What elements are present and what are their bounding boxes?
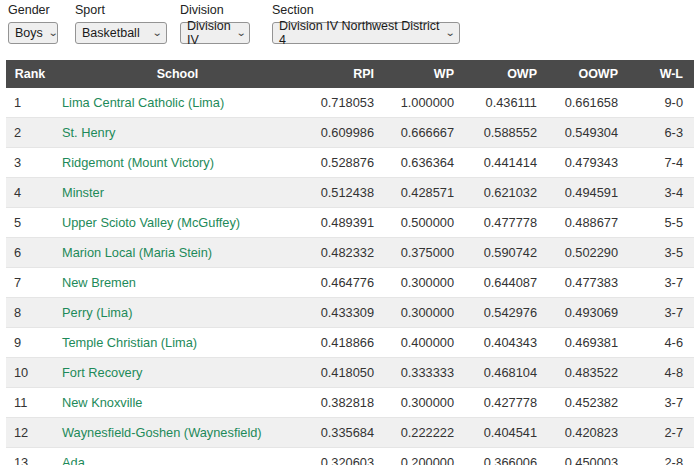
wl-cell: 3-7 <box>630 388 694 418</box>
school-link[interactable]: Minster <box>62 185 104 200</box>
rpi-cell: 0.482332 <box>301 238 386 268</box>
rpi-cell: 0.528876 <box>301 148 386 178</box>
table-row: 8 Perry (Lima) 0.433309 0.300000 0.54297… <box>6 298 694 328</box>
school-link[interactable]: Waynesfield-Goshen (Waynesfield) <box>62 425 262 440</box>
wp-cell: 0.400000 <box>386 328 466 358</box>
school-link[interactable]: St. Henry <box>62 125 115 140</box>
chevron-down-icon: ⌄ <box>236 28 247 38</box>
wl-cell: 3-7 <box>630 268 694 298</box>
oowp-cell: 0.469381 <box>549 328 630 358</box>
gender-select[interactable]: Boys ⌄ <box>8 22 58 44</box>
owp-cell: 0.468104 <box>466 358 549 388</box>
oowp-cell: 0.479343 <box>549 148 630 178</box>
school-link[interactable]: Marion Local (Maria Stein) <box>62 245 212 260</box>
wl-cell: 3-4 <box>630 178 694 208</box>
table-row: 6 Marion Local (Maria Stein) 0.482332 0.… <box>6 238 694 268</box>
rank-cell: 2 <box>6 118 54 148</box>
rpi-cell: 0.382818 <box>301 388 386 418</box>
section-selected-value: Division IV Northwest District 4 <box>279 19 440 47</box>
table-row: 3 Ridgemont (Mount Victory) 0.528876 0.6… <box>6 148 694 178</box>
wl-cell: 5-5 <box>630 208 694 238</box>
owp-cell: 0.590742 <box>466 238 549 268</box>
school-cell: Waynesfield-Goshen (Waynesfield) <box>54 418 301 448</box>
table-row: 12 Waynesfield-Goshen (Waynesfield) 0.33… <box>6 418 694 448</box>
owp-cell: 0.644087 <box>466 268 549 298</box>
rank-cell: 8 <box>6 298 54 328</box>
division-label: Division <box>180 3 250 17</box>
table-row: 10 Fort Recovery 0.418050 0.333333 0.468… <box>6 358 694 388</box>
table-row: 9 Temple Christian (Lima) 0.418866 0.400… <box>6 328 694 358</box>
wl-cell: 4-8 <box>630 358 694 388</box>
rpi-cell: 0.418866 <box>301 328 386 358</box>
rpi-cell: 0.718053 <box>301 88 386 118</box>
owp-cell: 0.441414 <box>466 148 549 178</box>
rank-cell: 13 <box>6 448 54 465</box>
school-link[interactable]: Temple Christian (Lima) <box>62 335 197 350</box>
sport-label: Sport <box>75 3 167 17</box>
oowp-cell: 0.549304 <box>549 118 630 148</box>
wp-column-header: WP <box>386 60 466 88</box>
rpi-cell: 0.320603 <box>301 448 386 465</box>
table-row: 5 Upper Scioto Valley (McGuffey) 0.48939… <box>6 208 694 238</box>
wp-cell: 0.636364 <box>386 148 466 178</box>
rpi-cell: 0.464776 <box>301 268 386 298</box>
table-row: 7 New Bremen 0.464776 0.300000 0.644087 … <box>6 268 694 298</box>
wp-cell: 0.375000 <box>386 238 466 268</box>
wp-cell: 0.300000 <box>386 388 466 418</box>
oowp-cell: 0.502290 <box>549 238 630 268</box>
gender-selected-value: Boys <box>15 26 43 40</box>
school-link[interactable]: Perry (Lima) <box>62 305 132 320</box>
school-cell: Lima Central Catholic (Lima) <box>54 88 301 118</box>
rpi-cell: 0.489391 <box>301 208 386 238</box>
school-cell: Perry (Lima) <box>54 298 301 328</box>
school-link[interactable]: Ridgemont (Mount Victory) <box>62 155 214 170</box>
school-cell: St. Henry <box>54 118 301 148</box>
school-link[interactable]: New Knoxville <box>62 395 142 410</box>
school-cell: Minster <box>54 178 301 208</box>
rpi-cell: 0.512438 <box>301 178 386 208</box>
section-select[interactable]: Division IV Northwest District 4 ⌄ <box>272 22 460 44</box>
division-select[interactable]: Division IV ⌄ <box>180 22 250 44</box>
rank-cell: 10 <box>6 358 54 388</box>
rank-cell: 12 <box>6 418 54 448</box>
oowp-cell: 0.452382 <box>549 388 630 418</box>
oowp-cell: 0.477383 <box>549 268 630 298</box>
rpi-column-header: RPI <box>301 60 386 88</box>
rank-cell: 1 <box>6 88 54 118</box>
rpi-cell: 0.609986 <box>301 118 386 148</box>
school-link[interactable]: Upper Scioto Valley (McGuffey) <box>62 215 240 230</box>
school-link[interactable]: Fort Recovery <box>62 365 142 380</box>
oowp-cell: 0.483522 <box>549 358 630 388</box>
division-selected-value: Division IV <box>187 19 231 47</box>
gender-filter-group: Gender Boys ⌄ <box>8 3 58 44</box>
wl-cell: 2-7 <box>630 418 694 448</box>
wp-cell: 0.222222 <box>386 418 466 448</box>
wl-cell: 4-6 <box>630 328 694 358</box>
rank-cell: 11 <box>6 388 54 418</box>
wp-cell: 1.000000 <box>386 88 466 118</box>
school-cell: Temple Christian (Lima) <box>54 328 301 358</box>
oowp-cell: 0.493069 <box>549 298 630 328</box>
sport-select[interactable]: Basketball ⌄ <box>75 22 167 44</box>
table-row: 4 Minster 0.512438 0.428571 0.621032 0.4… <box>6 178 694 208</box>
chevron-down-icon: ⌄ <box>151 28 162 38</box>
section-label: Section <box>272 3 460 17</box>
owp-cell: 0.404343 <box>466 328 549 358</box>
school-cell: New Knoxville <box>54 388 301 418</box>
wp-cell: 0.300000 <box>386 298 466 328</box>
gender-label: Gender <box>8 3 58 17</box>
school-link[interactable]: Lima Central Catholic (Lima) <box>62 95 224 110</box>
oowp-cell: 0.420823 <box>549 418 630 448</box>
oowp-cell: 0.450003 <box>549 448 630 465</box>
school-link[interactable]: New Bremen <box>62 275 136 290</box>
school-column-header: School <box>54 60 301 88</box>
rankings-table: Rank School RPI WP OWP OOWP W-L 1 Lima C… <box>6 60 694 465</box>
rankings-table-container: Rank School RPI WP OWP OOWP W-L 1 Lima C… <box>6 60 694 465</box>
owp-cell: 0.404541 <box>466 418 549 448</box>
school-cell: Upper Scioto Valley (McGuffey) <box>54 208 301 238</box>
school-link[interactable]: Ada <box>62 455 85 465</box>
oowp-column-header: OOWP <box>549 60 630 88</box>
rpi-cell: 0.418050 <box>301 358 386 388</box>
oowp-cell: 0.661658 <box>549 88 630 118</box>
owp-cell: 0.427778 <box>466 388 549 418</box>
